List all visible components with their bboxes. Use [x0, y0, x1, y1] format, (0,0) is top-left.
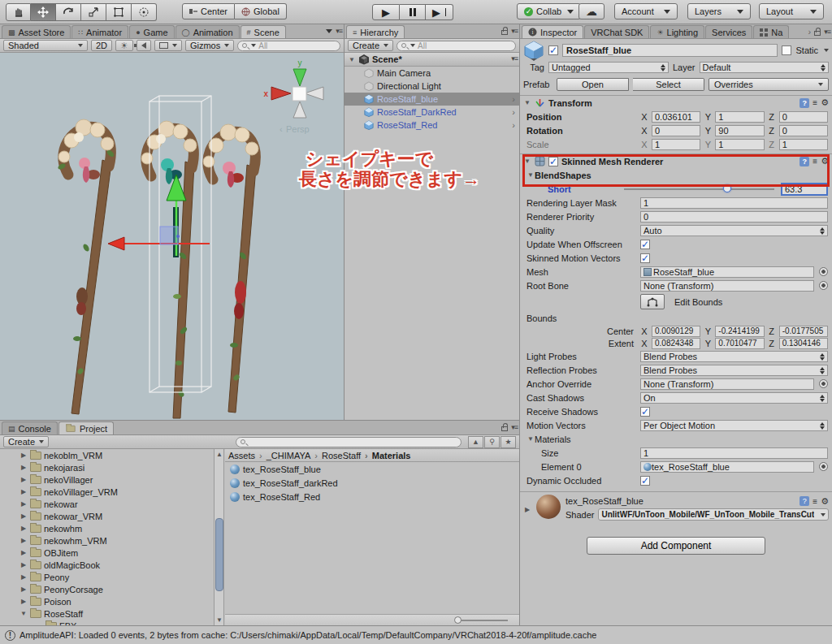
edit-bounds-button[interactable] [640, 294, 665, 309]
hierarchy-create-dropdown[interactable]: Create [348, 40, 393, 51]
materials-expander-icon[interactable]: ▼ [526, 435, 535, 443]
help-icon[interactable] [800, 157, 809, 166]
status-bar[interactable]: AmplitudeAPI: Loaded 0 events, 2 bytes f… [0, 625, 832, 644]
tree-item[interactable]: ▶nekowhm_VRM [0, 534, 214, 547]
tree-item[interactable]: ▶Peony [0, 571, 214, 583]
hierarchy-item-directional-light[interactable]: Directional Light [344, 80, 519, 93]
transform-expander-icon[interactable]: ▼ [523, 99, 531, 106]
preset-icon[interactable] [812, 98, 817, 107]
project-tree-scrollbar[interactable]: ▲ ▼ [214, 449, 224, 625]
layers-dropdown[interactable]: Layers [687, 3, 751, 19]
scale-x-field[interactable]: 1 [652, 139, 700, 150]
panel-menu-icon[interactable]: ▾≡ [824, 28, 830, 36]
scene-search-input[interactable]: All [237, 41, 340, 51]
collapsed-arrow-icon[interactable]: ▶ [20, 488, 28, 495]
2d-toggle[interactable]: 2D [91, 40, 112, 51]
prefab-overrides-dropdown[interactable]: Overrides [708, 78, 829, 91]
preset-icon[interactable] [812, 157, 817, 166]
thumbnail-size-slider[interactable] [457, 620, 508, 621]
update-when-offscreen-checkbox[interactable] [640, 240, 650, 249]
motion-vectors-dropdown[interactable]: Per Object Motion [640, 420, 828, 431]
tree-item[interactable]: ▶nekoblm_VRM [0, 449, 214, 461]
hand-tool-icon[interactable] [6, 3, 31, 21]
pivot-toggle-button[interactable]: Center [182, 3, 235, 19]
shading-mode-dropdown[interactable]: Shaded [3, 40, 88, 51]
breadcrumb-materials[interactable]: Materials [361, 451, 410, 460]
tab-game[interactable]: ●Game [129, 25, 174, 38]
scene-menu-icon[interactable]: ▾≡ [511, 54, 518, 63]
static-dropdown-icon[interactable] [824, 49, 829, 52]
smr-enabled-checkbox[interactable] [548, 157, 558, 166]
scale-z-field[interactable]: 1 [779, 139, 828, 150]
skinned-motion-vectors-checkbox[interactable] [640, 253, 650, 263]
tree-item[interactable]: ▶nekoVillager [0, 473, 214, 486]
tab-animation[interactable]: ◯Animation [176, 25, 240, 38]
collapsed-arrow-icon[interactable]: ▶ [20, 537, 28, 544]
collapsed-arrow-icon[interactable]: ▶ [20, 512, 28, 520]
tree-item[interactable]: ▶oldMagicBook [0, 559, 214, 571]
gameobject-name-field[interactable]: RoseStaff_blue [562, 44, 778, 57]
pause-button[interactable] [400, 4, 426, 20]
tab-asset-store[interactable]: ▩Asset Store [2, 25, 71, 38]
tab-animator[interactable]: ∷Animator [72, 25, 128, 38]
transform-header[interactable]: ▼ Transform [520, 95, 832, 110]
move-tool-icon[interactable] [31, 3, 56, 21]
object-picker-icon[interactable] [819, 462, 828, 471]
light-probes-dropdown[interactable]: Blend Probes [640, 351, 828, 362]
search-by-label-icon[interactable]: ⚲ [484, 436, 500, 448]
materials-row[interactable]: ▼ Materials [520, 432, 832, 446]
anchor-override-object-field[interactable]: None (Transform) [640, 378, 814, 390]
scene-expander-icon[interactable]: ▼ [348, 56, 356, 63]
prefab-chevron-icon[interactable]: › [512, 94, 515, 104]
asset-item[interactable]: tex_RoseStaff_darkRed [225, 477, 519, 490]
tab-lighting[interactable]: ☀Lighting [650, 25, 704, 38]
tab-scene[interactable]: #Scene [240, 25, 286, 38]
quality-dropdown[interactable]: Auto [640, 225, 828, 236]
scene-header-row[interactable]: ▼ Scene* ▾≡ [344, 53, 519, 67]
help-icon[interactable] [800, 496, 809, 506]
panel-menu-icon[interactable]: ▾≡ [511, 27, 518, 35]
smr-expander-icon[interactable]: ▼ [523, 158, 531, 165]
scrollbar-thumb[interactable] [215, 518, 223, 591]
transform-tool-icon[interactable] [132, 3, 157, 21]
collapsed-arrow-icon[interactable]: ▶ [20, 573, 28, 581]
object-picker-icon[interactable] [819, 267, 828, 276]
lighting-toggle[interactable]: ☀ [115, 40, 133, 51]
materials-size-field[interactable]: 1 [640, 447, 828, 459]
cast-shadows-dropdown[interactable]: On [640, 392, 828, 404]
extent-x-field[interactable]: 0.0824348 [652, 338, 700, 349]
center-y-field[interactable]: -0.2414199 [715, 326, 764, 337]
center-x-field[interactable]: 0.0090129 [652, 326, 700, 337]
tree-item[interactable]: ▶nekowar [0, 498, 214, 510]
prefab-chevron-icon[interactable]: › [512, 107, 515, 117]
gizmos-dropdown[interactable]: Gizmos [185, 40, 234, 51]
collapsed-arrow-icon[interactable]: ▶ [20, 598, 28, 605]
preset-icon[interactable] [812, 497, 817, 506]
audio-toggle[interactable] [136, 40, 151, 51]
play-button[interactable]: ▶ [372, 4, 400, 20]
hierarchy-item-main-camera[interactable]: Main Camera [344, 67, 519, 80]
rotation-x-field[interactable]: 0 [652, 125, 700, 136]
tab-project[interactable]: Project [58, 421, 114, 434]
collapsed-arrow-icon[interactable]: ▶ [20, 500, 28, 508]
material-expander-icon[interactable]: ▶ [523, 506, 531, 513]
breadcrumb-chimaya[interactable]: _CHIMAYA [255, 451, 310, 460]
gear-icon[interactable] [821, 496, 829, 507]
panel-menu-icon[interactable]: ▾≡ [511, 423, 518, 431]
active-checkbox[interactable] [548, 45, 558, 55]
lock-icon[interactable] [501, 426, 508, 431]
lock-icon[interactable] [814, 31, 821, 36]
tab-vrchat-sdk[interactable]: VRChat SDK [584, 25, 649, 38]
scale-y-field[interactable]: 1 [715, 139, 764, 150]
tree-item[interactable]: ▶Poison [0, 595, 214, 607]
blendshape-short-slider[interactable] [624, 188, 774, 190]
skinned-mesh-renderer-header[interactable]: ▼ Skinned Mesh Renderer [520, 153, 832, 168]
mesh-object-field[interactable]: RoseStaff_blue [640, 266, 814, 278]
prefab-select-button[interactable]: Select [633, 78, 704, 91]
tab-console[interactable]: ▤Console [2, 421, 58, 434]
static-checkbox[interactable] [782, 45, 791, 55]
hierarchy-item-rosestaff-blue[interactable]: RoseStaff_blue › [344, 93, 519, 106]
blendshape-short-value-field[interactable]: 63.3 [781, 183, 828, 196]
add-component-button[interactable]: Add Component [587, 537, 765, 555]
hierarchy-item-rosestaff-red[interactable]: RoseStaff_Red › [344, 119, 519, 132]
